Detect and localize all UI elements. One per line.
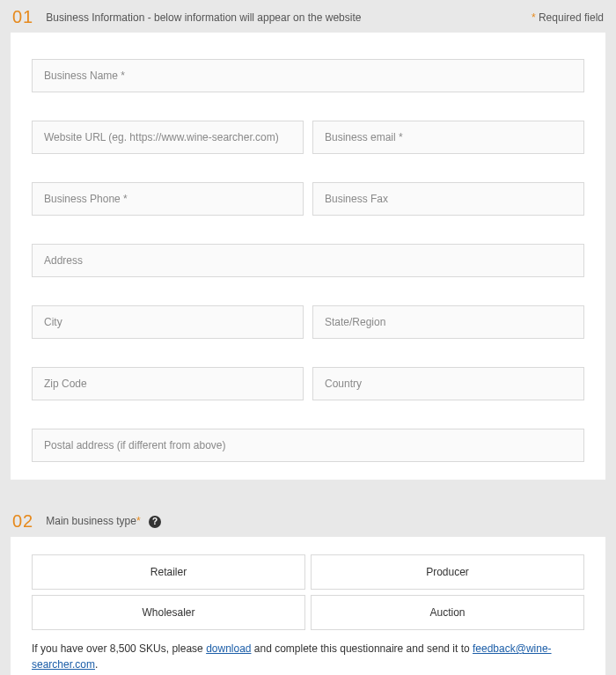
country-input[interactable] (312, 367, 584, 400)
business-name-input[interactable] (32, 59, 584, 92)
website-url-input[interactable] (32, 121, 304, 154)
section-2-body: Retailer Producer Wholesaler Auction If … (11, 537, 605, 675)
required-asterisk: * (136, 515, 141, 527)
sku-note: If you have over 8,500 SKUs, please down… (32, 641, 584, 672)
section-1-title: Business Information - below information… (46, 11, 532, 24)
zip-code-input[interactable] (32, 367, 304, 400)
required-text: Required field (536, 11, 604, 24)
producer-button[interactable]: Producer (311, 554, 584, 590)
address-input[interactable] (32, 244, 584, 277)
business-type-grid: Retailer Producer Wholesaler Auction (32, 554, 584, 630)
required-field-hint: * Required field (532, 11, 604, 24)
section-spacer (0, 480, 616, 504)
retailer-button[interactable]: Retailer (32, 554, 305, 590)
wholesaler-button[interactable]: Wholesaler (32, 595, 305, 630)
section-2-title: Main business type* ? (46, 515, 604, 528)
city-input[interactable] (32, 305, 304, 339)
business-email-input[interactable] (312, 121, 584, 154)
section-1-header: 01 Business Information - below informat… (0, 0, 616, 33)
business-fax-input[interactable] (312, 182, 584, 216)
section-1-body (11, 33, 605, 480)
postal-address-input[interactable] (32, 429, 584, 462)
business-phone-input[interactable] (32, 182, 304, 216)
help-icon[interactable]: ? (149, 516, 161, 528)
section-2-header: 02 Main business type* ? (0, 504, 616, 537)
auction-button[interactable]: Auction (311, 595, 584, 630)
download-link[interactable]: download (206, 642, 251, 655)
state-region-input[interactable] (312, 305, 584, 339)
section-1-number: 01 (12, 7, 33, 27)
section-2-number: 02 (12, 511, 33, 532)
